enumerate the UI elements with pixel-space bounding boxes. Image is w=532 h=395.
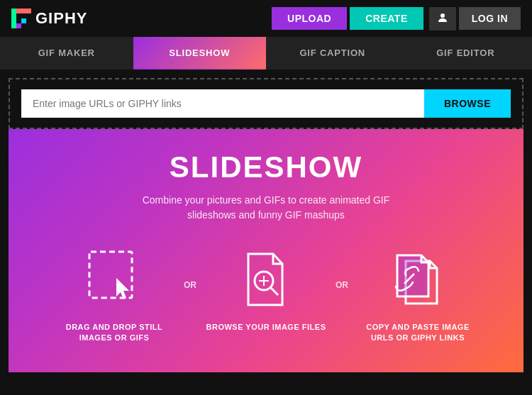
tab-gif-editor[interactable]: GIF EDITOR (399, 37, 533, 69)
main-subtitle: Combine your pictures and GIFs to create… (143, 193, 390, 223)
svg-rect-5 (26, 9, 31, 13)
svg-rect-4 (21, 18, 26, 23)
header-nav: UPLOAD CREATE LOG IN (272, 7, 521, 30)
header: GIPHY UPLOAD CREATE LOG IN (0, 0, 532, 37)
svg-rect-0 (11, 9, 16, 28)
logo: GIPHY (11, 9, 87, 28)
logo-text: GIPHY (35, 9, 87, 28)
browse-icon-wrap (234, 248, 298, 312)
url-input[interactable] (21, 89, 424, 118)
svg-rect-2 (16, 23, 21, 28)
feature-paste: COPY AND PASTE IMAGEURLS OR GIPHY LINKS (354, 248, 482, 344)
create-button[interactable]: CREATE (350, 7, 423, 30)
tabs-bar: GIF MAKER SLIDESHOW GIF CAPTION GIF EDIT… (0, 37, 532, 69)
svg-marker-8 (116, 278, 129, 299)
input-bar: BROWSE (9, 78, 523, 129)
upload-button[interactable]: UPLOAD (272, 7, 347, 30)
user-icon (438, 13, 448, 23)
giphy-logo-icon (11, 9, 31, 28)
tab-gif-caption[interactable]: GIF CAPTION (266, 37, 399, 69)
main-content: SLIDESHOW Combine your pictures and GIFs… (9, 129, 523, 372)
browse-label: BROWSE YOUR IMAGE FILES (206, 322, 326, 333)
feature-drag-drop: DRAG AND DROP STILLIMAGES OR GIFS (50, 248, 178, 344)
paste-label: COPY AND PASTE IMAGEURLS OR GIPHY LINKS (366, 322, 469, 344)
drag-drop-icon (82, 248, 146, 312)
svg-line-10 (271, 288, 278, 295)
login-button[interactable]: LOG IN (459, 7, 521, 30)
feature-browse: BROWSE YOUR IMAGE FILES (202, 248, 330, 333)
paste-icon (386, 248, 450, 312)
or-divider-2: OR (336, 280, 348, 290)
svg-rect-1 (16, 9, 21, 13)
or-divider-1: OR (184, 280, 196, 290)
browse-icon (234, 248, 298, 312)
drag-drop-label: DRAG AND DROP STILLIMAGES OR GIFS (66, 322, 163, 344)
tab-gif-maker[interactable]: GIF MAKER (0, 37, 133, 69)
user-button[interactable] (429, 7, 456, 30)
drag-drop-icon-wrap (82, 248, 146, 312)
svg-rect-7 (89, 252, 132, 298)
features-row: DRAG AND DROP STILLIMAGES OR GIFS OR (23, 248, 509, 344)
paste-icon-wrap (386, 248, 450, 312)
svg-rect-3 (21, 9, 26, 13)
main-title: SLIDESHOW (170, 150, 362, 184)
browse-button[interactable]: BROWSE (424, 89, 511, 118)
tab-slideshow[interactable]: SLIDESHOW (133, 37, 267, 69)
svg-point-6 (440, 13, 445, 18)
